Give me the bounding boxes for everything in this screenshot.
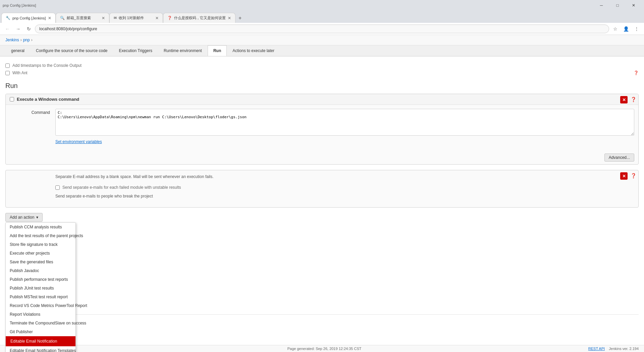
- advanced-button[interactable]: Advanced...: [604, 153, 634, 162]
- address-bar[interactable]: localhost:8080/job/pnp/configure: [35, 25, 609, 33]
- breadcrumb-sep-1: ›: [20, 38, 22, 42]
- footer-right: REST API Jenkins ver. 2.194: [588, 347, 639, 351]
- dropdown-item-editable-email-templates[interactable]: Editable Email Notification Templates: [6, 346, 75, 352]
- close-button[interactable]: ✕: [626, 0, 641, 11]
- notification-label3-spacer: [10, 194, 50, 195]
- tab-title-baidu: 邮箱_百度搜索: [67, 15, 100, 20]
- profile-button[interactable]: 👤: [621, 24, 631, 34]
- env-label-spacer: [10, 139, 50, 141]
- tab-title-authcode: 什么是授权码，它又是如何设置: [174, 15, 226, 20]
- dropdown-item-vs-code-metrics[interactable]: Record VS Code Metrics PowerTool Report: [6, 301, 75, 310]
- dropdown-item-perf-reports[interactable]: Publish performance test reports: [6, 275, 75, 284]
- tab-authcode[interactable]: ❓ 什么是授权码，它又是如何设置 ✕: [163, 13, 235, 23]
- dropdown-item-git-publisher[interactable]: Git Publisher: [6, 327, 75, 336]
- maximize-button[interactable]: □: [610, 0, 625, 11]
- notification-text2: Send separate e-mails to people who brea…: [55, 194, 634, 199]
- title-bar: pnp Config [Jenkins] ─ □ ✕: [0, 0, 644, 11]
- back-button[interactable]: ←: [3, 24, 12, 34]
- address-text: localhost:8080/job/pnp/configure: [39, 27, 97, 31]
- breadcrumb-sep-2: ›: [31, 38, 33, 42]
- bookmark-button[interactable]: ☆: [610, 24, 620, 34]
- breadcrumb-jenkins[interactable]: Jenkins: [5, 38, 19, 42]
- dropdown-item-file-signature[interactable]: Store file signature to track: [6, 240, 75, 249]
- tab-icon-authcode: ❓: [167, 16, 172, 20]
- notification-label2-spacer: [10, 184, 50, 185]
- run-section-title: Run: [5, 82, 639, 90]
- notification-checkbox-label: Send separate e-mails for each failed mo…: [62, 185, 181, 190]
- help-execute-block-icon[interactable]: ❓: [631, 97, 636, 102]
- tab-close-jenkins[interactable]: ✕: [48, 16, 51, 20]
- command-label: Command: [10, 109, 50, 115]
- dropdown-item-save-files[interactable]: Save the generated files: [6, 258, 75, 266]
- tab-close-authcode[interactable]: ✕: [228, 16, 231, 20]
- tab-jenkins-config[interactable]: 🔧 pnp Config [Jenkins] ✕: [1, 13, 56, 23]
- breadcrumb-pnp[interactable]: pnp: [23, 38, 30, 42]
- new-tab-button[interactable]: +: [235, 13, 245, 23]
- command-control: C: C:\Users\Lenovo\AppData\Roaming\npm\n…: [55, 109, 634, 137]
- config-tabs-bar: general Configure the source of the sour…: [0, 45, 644, 56]
- delete-notification-block-button[interactable]: ✕: [620, 172, 628, 180]
- notification-control2: Send separate e-mails for each failed mo…: [55, 184, 634, 191]
- action-buttons: save Apply: [5, 314, 639, 337]
- checkbox-ant-input[interactable]: [5, 71, 10, 75]
- checkbox-ant-label: With Ant: [12, 71, 28, 75]
- checkbox-timestamps-input[interactable]: [5, 63, 10, 68]
- checkbox-timestamps: Add timestamps to the Console Output: [5, 62, 639, 69]
- tab-close-mail[interactable]: ✕: [155, 16, 159, 20]
- jenkins-version: Jenkins ver. 2.194: [609, 347, 639, 351]
- dropdown-item-violations[interactable]: Report Violations: [6, 310, 75, 319]
- tab-source[interactable]: Configure the source of the source code: [30, 45, 113, 56]
- env-variables-link[interactable]: Set environment variables: [55, 139, 102, 144]
- delete-execute-block-button[interactable]: ✕: [620, 96, 628, 103]
- tab-icon-baidu: 🔍: [60, 16, 65, 20]
- tab-mail[interactable]: ✉ 收到 1对新邮件 ✕: [109, 13, 163, 23]
- window-title: pnp Config [Jenkins]: [3, 3, 36, 7]
- dropdown-item-ccm[interactable]: Publish CCM analysis results: [6, 223, 75, 231]
- add-action-dropdown: Publish CCM analysis results Add the tes…: [5, 222, 76, 352]
- execute-block-header: Execute a Windows command: [6, 94, 638, 105]
- minimize-button[interactable]: ─: [594, 0, 609, 11]
- tab-icon-mail: ✉: [114, 16, 117, 20]
- page-footer: localhost:8080/job/pnp/configure# Page g…: [0, 345, 644, 352]
- footer-generated: Page generated: Sep 26, 2019 12:24:35 CS…: [287, 347, 362, 351]
- notification-row3: Send separate e-mails to people who brea…: [10, 194, 634, 201]
- execute-windows-block: ✕ ❓ Execute a Windows command Command C:…: [5, 94, 639, 165]
- page-content: Jenkins › pnp › general Configure the so…: [0, 35, 644, 352]
- dropdown-item-mstest[interactable]: Publish MSTest test result report: [6, 293, 75, 301]
- execute-block-checkbox[interactable]: [10, 97, 14, 101]
- tab-actions-later[interactable]: Actions to execute later: [227, 45, 280, 56]
- notification-block: ✕ ❓ Separate E-mail address by a blank s…: [5, 170, 639, 208]
- notification-label-spacer: [10, 174, 50, 176]
- dropdown-item-execute-projects[interactable]: Execute other projects: [6, 249, 75, 258]
- execute-block-body: Command C: C:\Users\Lenovo\AppData\Roami…: [6, 105, 638, 151]
- execute-block-title: Execute a Windows command: [17, 97, 79, 102]
- help-ant-icon[interactable]: ❓: [634, 71, 639, 75]
- tab-execution-triggers[interactable]: Execution Triggers: [113, 45, 158, 56]
- dropdown-item-parent-tests[interactable]: Add the test results of the parent proje…: [6, 231, 75, 240]
- command-textarea[interactable]: C: C:\Users\Lenovo\AppData\Roaming\npm\n…: [55, 109, 634, 136]
- tab-baidu[interactable]: 🔍 邮箱_百度搜索 ✕: [56, 13, 109, 23]
- add-action-button[interactable]: Add an action ▾: [5, 213, 43, 222]
- dropdown-item-terminate-compound[interactable]: Terminate the CompoundSlave on success: [6, 319, 75, 327]
- breadcrumb: Jenkins › pnp ›: [0, 35, 644, 45]
- menu-button[interactable]: ⋮: [632, 24, 641, 34]
- env-vars-row: Set environment variables: [10, 139, 634, 144]
- notification-row2: Send separate e-mails for each failed mo…: [10, 184, 634, 191]
- dropdown-item-editable-email[interactable]: Editable Email Notification: [6, 336, 75, 346]
- notification-checkbox-input[interactable]: [55, 185, 60, 190]
- rest-api-link[interactable]: REST API: [588, 347, 605, 351]
- tab-general[interactable]: general: [5, 45, 30, 56]
- help-notification-icon[interactable]: ❓: [631, 173, 636, 178]
- dropdown-item-junit[interactable]: Publish JUnit test results: [6, 284, 75, 293]
- refresh-button[interactable]: ↻: [24, 24, 34, 34]
- notification-control3: Send separate e-mails to people who brea…: [55, 194, 634, 201]
- forward-button[interactable]: →: [13, 24, 23, 34]
- command-row: Command C: C:\Users\Lenovo\AppData\Roami…: [10, 109, 634, 137]
- nav-bar: ← → ↻ localhost:8080/job/pnp/configure ☆…: [0, 23, 644, 35]
- dropdown-item-javadoc[interactable]: Publish Javadoc: [6, 266, 75, 275]
- tab-close-baidu[interactable]: ✕: [102, 16, 105, 20]
- notification-control: Separate E-mail address by a blank space…: [55, 174, 634, 181]
- tab-runtime[interactable]: Runtime environment: [158, 45, 208, 56]
- tab-title-mail: 收到 1对新邮件: [119, 15, 153, 20]
- tab-run[interactable]: Run: [208, 45, 227, 56]
